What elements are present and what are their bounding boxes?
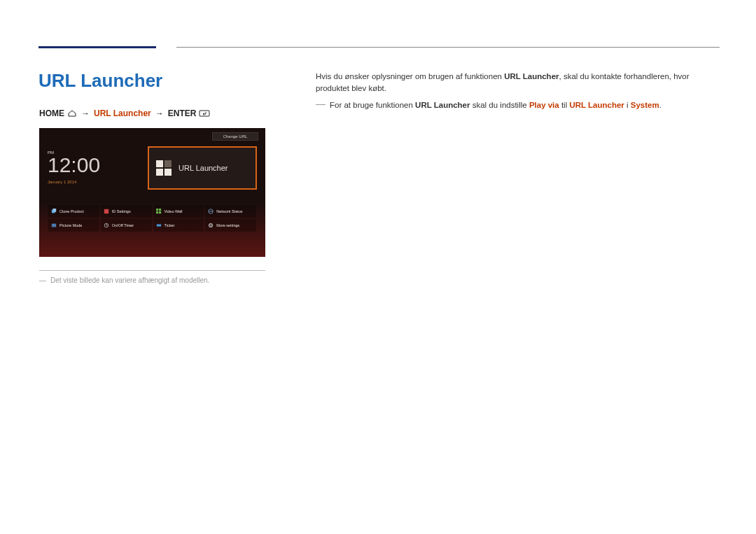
shortcut-item: Video Wall (153, 205, 204, 218)
clock-time: 12:00 (48, 155, 100, 176)
shortcut-label: Video Wall (164, 209, 183, 213)
p1-bold: URL Launcher (504, 72, 559, 80)
p2-mid2: til (559, 101, 570, 109)
breadcrumb-enter: ENTER (168, 108, 197, 118)
body-text: Hvis du ønsker oplysninger om brugen af … (316, 71, 719, 111)
shortcut-label: ID Settings (112, 209, 131, 213)
home-icon (67, 110, 77, 117)
p2-a2: URL Launcher (569, 101, 624, 109)
p2-mid3: i (624, 101, 631, 109)
body-paragraph-1: Hvis du ønsker oplysninger om brugen af … (316, 71, 719, 95)
shortcut-label: Network Status (216, 209, 242, 213)
shortcut-label: Ticker (164, 223, 175, 227)
videowall-icon (156, 209, 162, 214)
body-paragraph-2: ― For at bruge funktionen URL Launcher s… (316, 99, 719, 111)
arrow-icon: → (81, 108, 90, 118)
svg-rect-6 (156, 211, 158, 213)
caption: ― Det viste billede kan variere afhængig… (39, 276, 209, 284)
p2-mid1: skal du indstille (470, 101, 529, 109)
svg-rect-10 (52, 224, 56, 227)
shortcut-item: Network Status (205, 205, 256, 218)
breadcrumb: HOME → URL Launcher → ENTER (39, 108, 210, 118)
svg-rect-7 (159, 211, 161, 213)
network-icon (208, 209, 214, 214)
svg-rect-3 (104, 209, 108, 213)
tv-screenshot: Change URL PM 12:00 January 1 2014 URL L… (39, 128, 265, 257)
shortcut-item: ID Settings (101, 205, 152, 218)
caption-text: Det viste billede kan variere afhængigt … (50, 276, 209, 284)
p2-a1: Play via (529, 101, 559, 109)
clock-widget: PM 12:00 January 1 2014 (48, 150, 100, 184)
p2-post: . (659, 101, 662, 109)
p2-b1: URL Launcher (415, 101, 470, 109)
p2-pre: For at bruge funktionen (330, 101, 415, 109)
change-url-label: Change URL (223, 134, 248, 139)
timer-icon (104, 223, 109, 228)
shortcut-label: Clone Product (59, 209, 84, 213)
clone-icon (51, 209, 57, 214)
caption-rule (39, 270, 265, 271)
enter-icon (199, 110, 210, 117)
clock-date: January 1 2014 (48, 180, 100, 184)
picture-icon (51, 223, 57, 228)
breadcrumb-home: HOME (39, 108, 64, 118)
svg-rect-5 (159, 209, 161, 211)
page-title: URL Launcher (38, 70, 162, 92)
shortcut-label: On/Off Timer (112, 223, 134, 227)
caption-dash: ― (39, 276, 46, 284)
gear-icon (208, 223, 214, 228)
url-launcher-tile: URL Launcher (148, 146, 257, 190)
shortcut-item: More settings (205, 219, 256, 232)
svg-rect-14 (156, 224, 160, 226)
breadcrumb-url-launcher: URL Launcher (94, 108, 151, 118)
ticker-icon (156, 223, 162, 228)
p1-pre: Hvis du ønsker oplysninger om brugen af … (316, 72, 504, 80)
svg-rect-4 (156, 209, 158, 211)
shortcut-label: More settings (216, 223, 239, 227)
rule-short (38, 46, 156, 48)
arrow-icon: → (155, 108, 164, 118)
svg-point-16 (210, 225, 211, 226)
shortcut-item: Clone Product (48, 205, 99, 218)
p2-a3: System (631, 101, 659, 109)
shortcut-label: Picture Mode (59, 223, 82, 227)
tile-grid-icon (156, 160, 172, 176)
shortcut-item: Picture Mode (48, 219, 99, 232)
svg-rect-2 (52, 209, 56, 212)
rule-long (176, 47, 720, 48)
p2-text: For at bruge funktionen URL Launcher ska… (330, 99, 662, 111)
shortcut-item: Ticker (153, 219, 204, 232)
shortcut-grid: Clone Product ID Settings Video Wall Net… (48, 205, 256, 232)
note-dash: ― (316, 99, 326, 108)
id-icon (104, 209, 109, 214)
change-url-button: Change URL (212, 132, 258, 141)
tile-label: URL Launcher (178, 164, 228, 172)
shortcut-item: On/Off Timer (101, 219, 152, 232)
